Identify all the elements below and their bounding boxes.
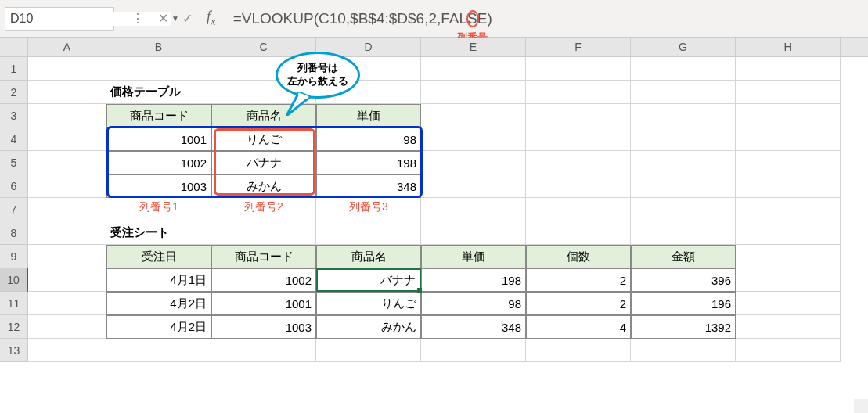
row-header[interactable]: 2: [0, 81, 28, 104]
cell[interactable]: 396: [631, 268, 736, 292]
col-header[interactable]: C: [211, 38, 316, 56]
cell[interactable]: [28, 292, 106, 315]
cell[interactable]: 198: [421, 268, 526, 292]
t1-header-price[interactable]: 単価: [316, 104, 421, 127]
t2-header-date[interactable]: 受注日: [106, 245, 211, 268]
cell[interactable]: [106, 57, 211, 81]
cell[interactable]: 1003: [211, 315, 316, 339]
cell[interactable]: 1002: [106, 151, 211, 174]
cell[interactable]: みかん: [211, 174, 316, 198]
cell[interactable]: [526, 339, 631, 362]
cell[interactable]: [736, 268, 841, 292]
cell[interactable]: [316, 81, 421, 104]
cell[interactable]: 348: [316, 174, 421, 198]
cell[interactable]: [211, 81, 316, 104]
cell[interactable]: みかん: [316, 315, 421, 339]
cell[interactable]: [736, 104, 841, 127]
cell[interactable]: 98: [316, 127, 421, 151]
t2-header-price[interactable]: 単価: [421, 245, 526, 268]
row-header[interactable]: 13: [0, 339, 28, 362]
cell[interactable]: [736, 315, 841, 339]
cell[interactable]: [421, 339, 526, 362]
cell[interactable]: [28, 104, 106, 127]
cell[interactable]: 1001: [106, 127, 211, 151]
cell[interactable]: [316, 57, 421, 81]
cell[interactable]: りんご: [316, 292, 421, 315]
cell[interactable]: [28, 315, 106, 339]
cell[interactable]: [631, 339, 736, 362]
cell[interactable]: 348: [421, 315, 526, 339]
cell[interactable]: [526, 127, 631, 151]
row-header[interactable]: 4: [0, 127, 28, 151]
cell[interactable]: [631, 81, 736, 104]
cell[interactable]: [421, 57, 526, 81]
cell[interactable]: [631, 174, 736, 198]
t1-header-code[interactable]: 商品コード: [106, 104, 211, 127]
cell[interactable]: 1002: [211, 268, 316, 292]
cell[interactable]: [736, 292, 841, 315]
cell[interactable]: 98: [421, 292, 526, 315]
cancel-icon[interactable]: ✕: [158, 11, 168, 26]
cell[interactable]: [526, 151, 631, 174]
cell[interactable]: [421, 81, 526, 104]
cell[interactable]: バナナ: [211, 151, 316, 174]
cell[interactable]: [631, 221, 736, 245]
cell[interactable]: [736, 221, 841, 245]
cell[interactable]: [28, 245, 106, 268]
col-header[interactable]: G: [631, 38, 736, 56]
cell[interactable]: [631, 198, 736, 221]
cell[interactable]: [421, 174, 526, 198]
cell[interactable]: [28, 268, 106, 292]
t2-header-qty[interactable]: 個数: [526, 245, 631, 268]
select-all-corner[interactable]: [0, 38, 28, 56]
cell[interactable]: [736, 127, 841, 151]
cell[interactable]: [28, 127, 106, 151]
cell[interactable]: [736, 339, 841, 362]
cell[interactable]: [736, 245, 841, 268]
cell[interactable]: 4月2日: [106, 292, 211, 315]
cell-active[interactable]: バナナ: [316, 268, 421, 292]
cell[interactable]: [526, 221, 631, 245]
cell[interactable]: [526, 57, 631, 81]
cell[interactable]: 4月2日: [106, 315, 211, 339]
row-header[interactable]: 11: [0, 292, 28, 315]
row-header[interactable]: 5: [0, 151, 28, 174]
cell[interactable]: [421, 127, 526, 151]
cell[interactable]: [28, 198, 106, 221]
cell[interactable]: [316, 198, 421, 221]
cell[interactable]: 2: [526, 292, 631, 315]
cell[interactable]: 4: [526, 315, 631, 339]
t2-header-amt[interactable]: 金額: [631, 245, 736, 268]
fx-icon[interactable]: fx: [207, 9, 216, 28]
order-sheet-title[interactable]: 受注シート: [106, 221, 211, 245]
cell[interactable]: [631, 151, 736, 174]
cell[interactable]: [526, 81, 631, 104]
cell[interactable]: 1003: [106, 174, 211, 198]
cell[interactable]: [211, 198, 316, 221]
col-header[interactable]: B: [106, 38, 211, 56]
row-header[interactable]: 9: [0, 245, 28, 268]
col-header[interactable]: D: [316, 38, 421, 56]
cell[interactable]: [421, 221, 526, 245]
cell[interactable]: [736, 174, 841, 198]
cell[interactable]: [106, 198, 211, 221]
cell[interactable]: 2: [526, 268, 631, 292]
cell[interactable]: [28, 221, 106, 245]
cell[interactable]: [28, 81, 106, 104]
row-header[interactable]: 8: [0, 221, 28, 245]
t2-header-code[interactable]: 商品コード: [211, 245, 316, 268]
cell[interactable]: [211, 339, 316, 362]
cell[interactable]: [631, 57, 736, 81]
cell[interactable]: [736, 198, 841, 221]
t1-header-name[interactable]: 商品名: [211, 104, 316, 127]
cell[interactable]: [28, 57, 106, 81]
cell[interactable]: [316, 221, 421, 245]
ellipsis-icon[interactable]: ⋮: [131, 11, 144, 26]
row-header[interactable]: 6: [0, 174, 28, 198]
t2-header-name[interactable]: 商品名: [316, 245, 421, 268]
cell[interactable]: [631, 127, 736, 151]
cell[interactable]: 196: [631, 292, 736, 315]
price-table-title[interactable]: 価格テーブル: [106, 81, 211, 104]
cell[interactable]: [421, 151, 526, 174]
cell[interactable]: 198: [316, 151, 421, 174]
